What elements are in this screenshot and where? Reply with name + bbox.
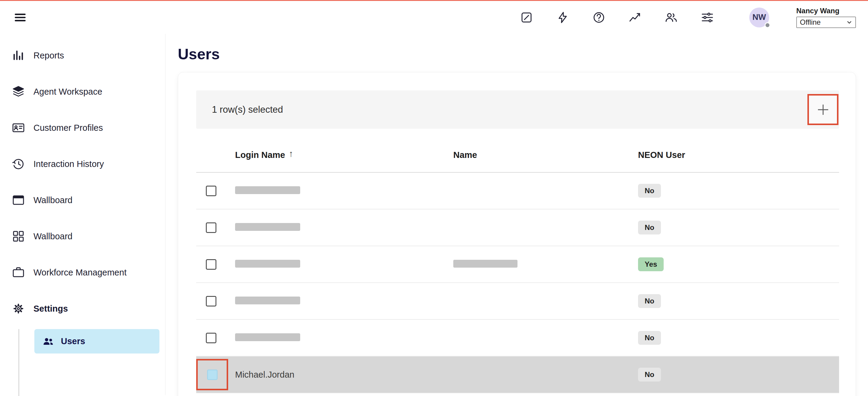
redacted-login	[235, 186, 300, 194]
table-row[interactable]: No	[196, 209, 839, 246]
table-row[interactable]: No	[196, 320, 839, 357]
sidebar-item-label: Users	[61, 336, 85, 346]
column-header-label: Name	[453, 150, 477, 160]
row-checkbox[interactable]	[206, 222, 216, 233]
avatar[interactable]: NW	[749, 7, 769, 27]
status-select[interactable]: Offline	[796, 17, 856, 28]
chevron-down-icon	[846, 19, 852, 25]
selection-count: 1 row(s) selected	[212, 104, 283, 115]
column-header-label: Login Name	[235, 150, 285, 160]
sidebar-item-settings[interactable]: Settings	[0, 291, 165, 327]
sidebar-item-wallboard-1[interactable]: Wallboard	[0, 182, 165, 218]
topbar: NW Nancy Wang Offline	[0, 0, 868, 34]
table-header-row: Login Name ↑ Name NEON User	[196, 138, 839, 173]
row-checkbox-checked[interactable]	[207, 369, 218, 380]
briefcase-icon	[12, 266, 25, 279]
redacted-login	[235, 333, 300, 341]
neon-badge: No	[638, 221, 661, 235]
page-title: Users	[178, 47, 856, 62]
neon-badge: Yes	[638, 257, 664, 271]
neon-badge: No	[638, 184, 661, 198]
sidebar-item-interaction-history[interactable]: Interaction History	[0, 146, 165, 182]
sidebar-item-label: Agent Workspace	[33, 87, 102, 97]
topbar-actions: NW Nancy Wang Offline	[520, 7, 856, 28]
neon-badge: No	[638, 294, 661, 308]
add-user-button[interactable]	[807, 94, 838, 125]
sidebar-item-agent-workspace[interactable]: Agent Workspace	[0, 73, 165, 110]
column-header-label: NEON User	[638, 150, 685, 160]
user-block: Nancy Wang Offline	[796, 7, 856, 28]
neon-badge: No	[638, 368, 661, 382]
help-icon[interactable]	[592, 10, 606, 24]
column-header-login-name[interactable]: Login Name ↑	[235, 150, 453, 160]
gear-icon	[12, 302, 25, 315]
table-row-selected[interactable]: Michael.Jordan No	[196, 357, 839, 393]
row-checkbox[interactable]	[206, 296, 216, 306]
user-name: Nancy Wang	[796, 7, 856, 15]
analytics-icon[interactable]	[628, 10, 642, 24]
contacts-icon[interactable]	[664, 10, 678, 24]
sort-asc-icon: ↑	[289, 149, 293, 159]
sidebar-item-label: Customer Profiles	[33, 123, 103, 133]
notes-icon[interactable]	[520, 10, 533, 24]
main-content: Users 1 row(s) selected Login Name ↑	[165, 34, 868, 395]
users-card: 1 row(s) selected Login Name ↑ Name	[178, 72, 856, 396]
sidebar-item-workforce-management[interactable]: Workforce Management	[0, 254, 165, 291]
id-card-icon	[12, 121, 25, 134]
table-row[interactable]: No	[196, 173, 839, 209]
row-checkbox[interactable]	[206, 333, 216, 343]
sidebar-item-label: Wallboard	[33, 232, 72, 241]
row-checkbox[interactable]	[206, 259, 216, 270]
status-value: Offline	[800, 18, 821, 27]
lightning-icon[interactable]	[556, 10, 569, 24]
login-name: Michael.Jordan	[235, 370, 294, 379]
table-toolbar: 1 row(s) selected	[196, 90, 839, 129]
top-accent-line	[0, 0, 868, 1]
sidebar-item-label: Settings	[33, 304, 68, 314]
users-table: Login Name ↑ Name NEON User No	[196, 138, 839, 393]
redacted-login	[235, 260, 300, 268]
offline-status-dot-icon	[765, 22, 770, 28]
sidebar-item-customer-profiles[interactable]: Customer Profiles	[0, 110, 165, 146]
sidebar-item-wallboard-2[interactable]: Wallboard	[0, 218, 165, 254]
people-icon	[41, 335, 55, 348]
sidebar-item-label: Wallboard	[33, 195, 72, 205]
neon-badge: No	[638, 331, 661, 345]
sidebar-item-label: Reports	[33, 51, 64, 61]
table-row[interactable]: Yes	[196, 246, 839, 283]
settings-subsection: Users	[19, 329, 165, 396]
history-icon	[12, 157, 25, 171]
redacted-name	[453, 260, 518, 268]
redacted-login	[235, 297, 300, 304]
plus-icon	[816, 103, 830, 116]
preferences-sliders-icon[interactable]	[701, 10, 714, 24]
sidebar-item-label: Interaction History	[33, 159, 104, 169]
row-checkbox[interactable]	[206, 186, 216, 196]
grid-icon	[12, 230, 25, 243]
layers-icon	[12, 85, 25, 98]
table-row[interactable]: No	[196, 283, 839, 320]
menu-icon[interactable]	[12, 9, 29, 26]
column-header-name[interactable]: Name	[453, 150, 638, 160]
annotation-highlight-box	[196, 359, 228, 390]
column-header-neon-user[interactable]: NEON User	[638, 150, 839, 160]
redacted-login	[235, 223, 300, 231]
sidebar-item-reports[interactable]: Reports	[0, 37, 165, 73]
bar-chart-icon	[12, 49, 25, 62]
sidebar-item-label: Workforce Management	[33, 268, 127, 278]
sidebar: Reports Agent Workspace Cus	[0, 34, 165, 395]
sidebar-item-users[interactable]: Users	[34, 329, 159, 354]
window-icon	[12, 193, 25, 207]
